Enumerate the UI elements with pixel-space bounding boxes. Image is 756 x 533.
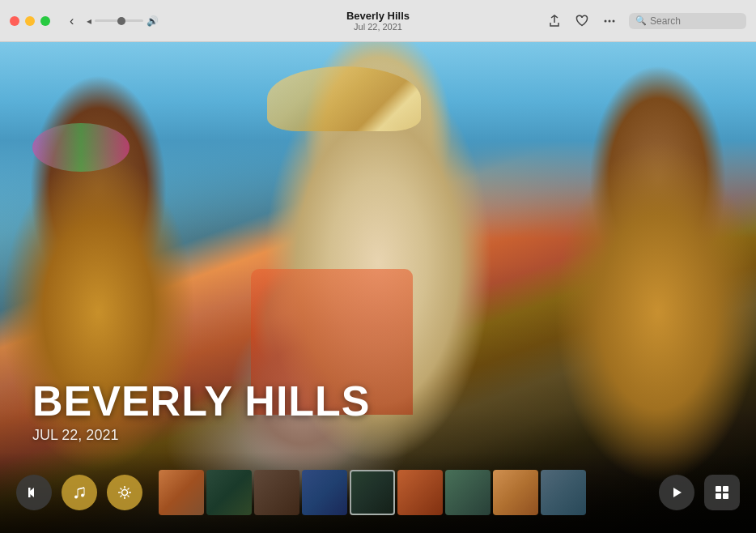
titlebar-right: 🔍 bbox=[546, 13, 746, 29]
thumbnail-2[interactable] bbox=[206, 470, 252, 515]
svg-marker-7 bbox=[673, 488, 682, 497]
search-icon: 🔍 bbox=[635, 15, 647, 26]
svg-point-1 bbox=[609, 19, 611, 22]
colored-hair bbox=[32, 123, 130, 172]
music-button[interactable] bbox=[62, 475, 97, 510]
photo-date: JUL 22, 2021 bbox=[32, 427, 371, 444]
more-button[interactable] bbox=[601, 13, 618, 29]
minimize-button[interactable] bbox=[25, 16, 35, 26]
skip-back-button[interactable] bbox=[16, 475, 52, 510]
volume-slider[interactable] bbox=[95, 19, 143, 22]
main-photo-area: BEVERLY HILLS JUL 22, 2021 bbox=[0, 42, 756, 533]
window-subtitle: Jul 22, 2021 bbox=[346, 22, 410, 32]
titlebar: ‹ ◂ 🔊 Beverly Hills Jul 22, 2021 bbox=[0, 0, 756, 42]
thumbnail-3[interactable] bbox=[254, 470, 299, 515]
effects-button[interactable] bbox=[107, 475, 142, 510]
volume-thumb bbox=[117, 17, 125, 25]
volume-low-icon: ◂ bbox=[87, 15, 91, 27]
volume-high-icon: 🔊 bbox=[147, 15, 159, 27]
maximize-button[interactable] bbox=[40, 16, 50, 26]
photo-main-title: BEVERLY HILLS bbox=[32, 380, 371, 422]
thumbnail-strip bbox=[159, 470, 643, 515]
photo-title-overlay: BEVERLY HILLS JUL 22, 2021 bbox=[32, 380, 371, 444]
window-controls bbox=[10, 16, 50, 26]
svg-line-5 bbox=[78, 488, 84, 489]
titlebar-left: ‹ ◂ 🔊 bbox=[10, 11, 546, 32]
thumbnail-4[interactable] bbox=[302, 470, 347, 515]
grid-cell-2 bbox=[723, 486, 728, 492]
close-button[interactable] bbox=[10, 16, 19, 26]
window-title: Beverly Hills bbox=[346, 10, 410, 22]
grid-cell-1 bbox=[716, 486, 721, 492]
search-bar[interactable]: 🔍 bbox=[629, 13, 746, 29]
svg-point-0 bbox=[605, 19, 607, 22]
play-button[interactable] bbox=[659, 475, 694, 510]
titlebar-center: Beverly Hills Jul 22, 2021 bbox=[346, 10, 410, 32]
share-button[interactable] bbox=[546, 13, 563, 29]
hair-detail bbox=[267, 66, 421, 131]
back-button[interactable]: ‹ bbox=[66, 11, 77, 32]
thumbnail-5[interactable] bbox=[350, 470, 395, 515]
thumbnail-6[interactable] bbox=[397, 470, 443, 515]
volume-control: ◂ 🔊 bbox=[87, 15, 159, 27]
svg-rect-4 bbox=[28, 488, 31, 497]
search-input[interactable] bbox=[650, 15, 740, 27]
thumbnail-7[interactable] bbox=[445, 470, 491, 515]
thumbnail-8[interactable] bbox=[493, 470, 538, 515]
grid-view-button[interactable] bbox=[704, 475, 740, 510]
bottom-controls-bar bbox=[0, 452, 756, 533]
grid-cell-3 bbox=[716, 493, 721, 499]
grid-icon bbox=[716, 486, 728, 499]
grid-cell-4 bbox=[723, 493, 728, 499]
svg-point-2 bbox=[613, 19, 615, 22]
favorite-button[interactable] bbox=[574, 13, 590, 29]
thumbnail-9[interactable] bbox=[541, 470, 586, 515]
thumbnail-1[interactable] bbox=[159, 470, 204, 515]
svg-point-6 bbox=[122, 490, 128, 496]
